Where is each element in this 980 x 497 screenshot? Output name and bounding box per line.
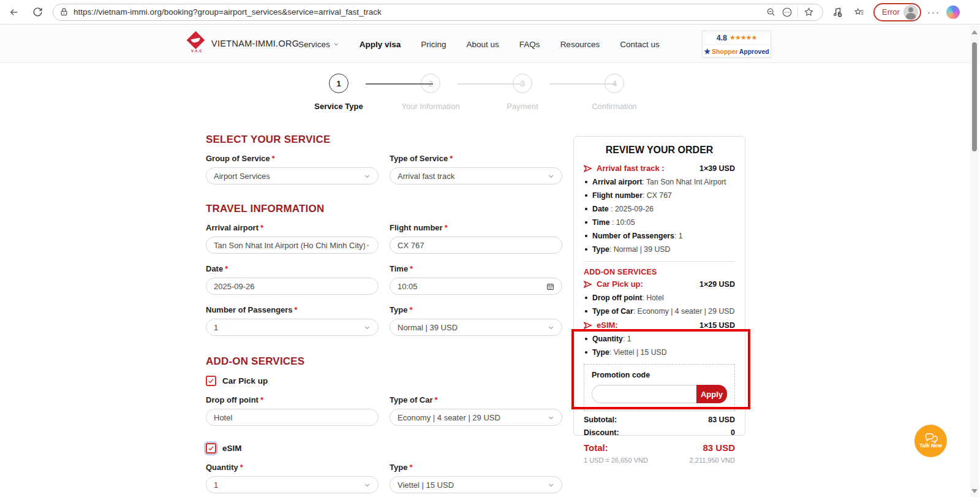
main-nav: Services Apply visa Pricing About us FAQ… bbox=[298, 25, 660, 63]
permissions-icon[interactable] bbox=[779, 4, 795, 20]
step-3-label: Payment bbox=[507, 102, 538, 111]
dropdown-arrow-icon bbox=[365, 243, 371, 248]
type-of-service-select[interactable]: Arrival fast track bbox=[390, 167, 562, 184]
collections-icon[interactable] bbox=[851, 4, 867, 20]
arrival-airport-select[interactable]: Tan Son Nhat Int Airport (Ho Chi Minh Ci… bbox=[206, 237, 379, 254]
url-text[interactable]: https://vietnam-immi.org/booking?group=a… bbox=[74, 7, 763, 17]
nav-about-us[interactable]: About us bbox=[467, 40, 499, 49]
group-of-service-label: Group of Service* bbox=[206, 154, 379, 163]
detail-quantity: Quantity: 1 bbox=[584, 335, 735, 343]
step-1-label: Service Type bbox=[314, 102, 363, 111]
nav-resources[interactable]: Resources bbox=[560, 40, 600, 49]
nav-apply-visa[interactable]: Apply visa bbox=[360, 40, 401, 49]
exchange-rate: 1 USD = 26,650 VND bbox=[584, 457, 648, 464]
scroll-up-arrow[interactable] bbox=[971, 30, 978, 34]
addon-esim-details: Quantity: 1 Type: Viettel | 15 USD bbox=[584, 335, 735, 357]
promotion-code-input[interactable] bbox=[592, 385, 696, 403]
detail-flight-number: Flight number: CX 767 bbox=[584, 191, 735, 200]
type-of-car-select[interactable]: Economy | 4 seater | 29 USD bbox=[390, 409, 562, 426]
step-connector-1 bbox=[366, 83, 433, 85]
time-field[interactable] bbox=[398, 282, 546, 291]
select-service-heading: SELECT YOUR SERVICE bbox=[206, 134, 562, 146]
time-input[interactable] bbox=[390, 278, 562, 295]
esim-label[interactable]: eSIM bbox=[222, 444, 242, 453]
type-of-service-label: Type of Service* bbox=[390, 154, 562, 163]
discount-label: Discount: bbox=[584, 428, 619, 437]
dropoff-input[interactable] bbox=[206, 409, 379, 426]
zoom-out-icon[interactable] bbox=[763, 4, 779, 20]
calendar-icon[interactable] bbox=[546, 283, 554, 290]
scrollbar-thumb[interactable] bbox=[972, 42, 977, 151]
car-pickup-label[interactable]: Car Pick up bbox=[222, 376, 268, 385]
refresh-button[interactable] bbox=[28, 3, 47, 21]
travel-information-heading: TRAVEL INFORMATION bbox=[206, 203, 562, 215]
time-label: Time* bbox=[390, 264, 562, 273]
profile-status-text: Error bbox=[882, 7, 900, 17]
page-scrollbar[interactable] bbox=[970, 25, 979, 497]
passengers-select[interactable]: 1 bbox=[206, 319, 379, 336]
group-of-service-select[interactable]: Airport Services bbox=[206, 167, 379, 184]
detail-type: Type: Normal | 39 USD bbox=[584, 245, 735, 254]
step-service-type: 1 Service Type bbox=[293, 74, 385, 111]
main-service-name: Arrival fast track : bbox=[584, 164, 665, 173]
flight-number-input[interactable] bbox=[390, 237, 562, 254]
quantity-label: Quantity* bbox=[206, 463, 379, 472]
rating-score: 4.8 bbox=[717, 34, 727, 42]
subtotal-row: Subtotal: 83 USD bbox=[584, 415, 735, 424]
addon-esim-price: 1×15 USD bbox=[699, 321, 735, 330]
red-arrow-icon bbox=[584, 322, 592, 329]
talk-now-button[interactable]: Talk Now bbox=[914, 425, 947, 457]
apply-button[interactable]: Apply bbox=[696, 385, 727, 403]
nav-pricing[interactable]: Pricing bbox=[421, 40, 446, 49]
flight-number-field[interactable] bbox=[398, 241, 554, 250]
site-logo[interactable]: V.A.C bbox=[186, 32, 208, 55]
rating-stars-icon: ★★★★★ bbox=[729, 34, 756, 42]
lock-icon[interactable] bbox=[59, 7, 69, 17]
review-order-title: REVIEW YOUR ORDER bbox=[584, 145, 735, 156]
detail-arrival-airport: Arrival airport: Tan Son Nhat Int Airpor… bbox=[584, 178, 735, 186]
chevron-down-icon bbox=[333, 41, 339, 47]
chevron-down-icon bbox=[364, 324, 371, 331]
date-input[interactable] bbox=[206, 278, 379, 295]
step-connector-3 bbox=[549, 83, 617, 85]
chevron-down-icon bbox=[364, 173, 371, 180]
favorite-star-icon[interactable] bbox=[801, 4, 816, 20]
chevron-down-icon bbox=[364, 482, 371, 488]
chevron-down-icon bbox=[548, 414, 554, 421]
nav-services[interactable]: Services bbox=[298, 40, 339, 49]
shopper-approved-brand1: Shopper bbox=[712, 48, 738, 55]
date-label: Date* bbox=[206, 264, 379, 273]
shopper-approved-badge[interactable]: 4.8 ★★★★★ ★ Shopper Approved bbox=[702, 31, 771, 58]
media-controls-icon[interactable] bbox=[829, 4, 845, 20]
car-pickup-checkbox[interactable] bbox=[206, 376, 216, 386]
scroll-down-arrow[interactable] bbox=[971, 489, 978, 493]
addon-car-pickup-details: Drop off point: Hotel Type of Car: Econo… bbox=[584, 294, 735, 316]
red-arrow-icon bbox=[584, 165, 592, 172]
profile-error-badge[interactable]: Error bbox=[873, 3, 921, 21]
date-field[interactable] bbox=[214, 282, 371, 291]
main-service-price: 1×39 USD bbox=[699, 164, 735, 173]
detail-time: Time : 10:05 bbox=[584, 218, 735, 227]
esim-type-label: Type* bbox=[390, 463, 562, 472]
esim-type-select[interactable]: Viettel | 15 USD bbox=[390, 476, 562, 493]
brand-name[interactable]: VIETNAM-IMMI.ORG bbox=[211, 39, 299, 48]
dropoff-field[interactable] bbox=[214, 413, 371, 422]
quantity-select[interactable]: 1 bbox=[206, 476, 379, 493]
shopper-approved-brand2: Approved bbox=[739, 48, 769, 55]
service-type-price-select[interactable]: Normal | 39 USD bbox=[390, 319, 562, 336]
nav-contact-us[interactable]: Contact us bbox=[620, 40, 660, 49]
promotion-code-box: Promotion code Apply bbox=[584, 364, 735, 411]
nav-faqs[interactable]: FAQs bbox=[519, 40, 540, 49]
arrival-airport-label: Arrival airport* bbox=[206, 223, 379, 232]
total-value: 83 USD bbox=[703, 442, 735, 453]
dropoff-label: Drop off point* bbox=[206, 395, 379, 404]
addon-car-pickup-price: 1×29 USD bbox=[699, 280, 735, 289]
settings-more-icon[interactable]: ··· bbox=[927, 7, 940, 17]
promotion-code-label: Promotion code bbox=[592, 371, 727, 379]
addon-car-pickup-name: Car Pick up: bbox=[584, 279, 643, 289]
copilot-icon[interactable] bbox=[946, 6, 960, 19]
back-button[interactable] bbox=[5, 3, 23, 21]
address-bar[interactable]: https://vietnam-immi.org/booking?group=a… bbox=[53, 4, 823, 21]
panel-divider bbox=[584, 261, 735, 262]
esim-checkbox[interactable] bbox=[206, 443, 216, 453]
